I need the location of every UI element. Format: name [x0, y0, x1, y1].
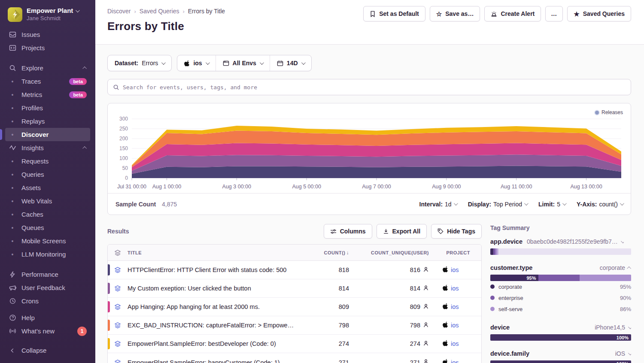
breadcrumb-discover[interactable]: Discover — [107, 8, 131, 15]
sidebar-item-queries[interactable]: •Queries — [5, 168, 90, 181]
stack-icon — [108, 249, 128, 256]
sidebar-group-label: Insights — [21, 144, 44, 151]
sidebar-item-label: Profiles — [21, 104, 43, 112]
error-title-link[interactable]: EmpowerPlant.SampleError: happyCustomer … — [128, 359, 299, 363]
sidebar-item-performance[interactable]: Performance — [5, 268, 90, 281]
svg-text:Aug 5 00:00: Aug 5 00:00 — [292, 184, 321, 190]
project-selector[interactable]: ios — [177, 55, 215, 71]
date-range-selector[interactable]: 14D — [270, 55, 311, 71]
chevron-down-icon[interactable] — [621, 239, 624, 243]
environment-selector[interactable]: All Envs — [216, 55, 270, 71]
svg-text:250: 250 — [119, 126, 128, 132]
table-row[interactable]: EmpowerPlant.SampleError: happyCustomer … — [108, 353, 481, 363]
count-unique-value: 809 — [410, 303, 420, 310]
save-as-button[interactable]: ☆ Save as… — [430, 6, 480, 21]
chevron-down-icon[interactable] — [628, 351, 631, 355]
table-row[interactable]: App Hanging: App hanging for at least 20… — [108, 298, 481, 316]
org-switcher[interactable]: Empower Plant Jane Schmidt — [5, 5, 90, 28]
project-link[interactable]: ios — [451, 340, 459, 347]
columns-button[interactable]: Columns — [324, 224, 372, 239]
chevron-up-icon[interactable] — [82, 67, 87, 71]
sidebar-item-crons[interactable]: Crons — [5, 294, 90, 308]
chevron-up-icon[interactable] — [627, 266, 631, 270]
project-link[interactable]: ios — [451, 303, 459, 310]
org-name: Empower Plant — [27, 7, 73, 15]
stack-icon — [108, 340, 128, 347]
error-title-link[interactable]: App Hanging: App hanging for at least 20… — [128, 303, 299, 310]
tag-header[interactable]: customer.type corporate — [490, 264, 631, 271]
user-icon — [423, 359, 429, 363]
chevron-down-icon[interactable] — [628, 325, 631, 329]
sidebar-group-insights[interactable]: Insights — [5, 141, 90, 154]
search-input[interactable] — [123, 84, 626, 91]
chart-legend[interactable]: Releases — [595, 109, 623, 115]
tag-header[interactable]: app.device 0baebc0de4982f1255f2e9e9fb7… — [490, 238, 631, 245]
sidebar-item-whats-new[interactable]: What's new 1 — [5, 324, 90, 338]
table-row[interactable]: EmpowerPlant.SampleError: bestDeveloper … — [108, 335, 481, 353]
sidebar-item-profiles[interactable]: • Profiles — [5, 101, 90, 115]
beta-badge: beta — [69, 78, 87, 85]
project-link[interactable]: ios — [451, 359, 459, 363]
sidebar-item-web-vitals[interactable]: •Web Vitals — [5, 194, 90, 208]
sidebar-item-requests[interactable]: •Requests — [5, 154, 90, 168]
sidebar-item-replays[interactable]: • Replays — [5, 115, 90, 128]
saved-queries-button[interactable]: ★ Saved Queries — [567, 6, 631, 21]
column-header-title[interactable]: TITLE — [128, 250, 299, 255]
project-link[interactable]: ios — [451, 322, 459, 329]
set-as-default-button[interactable]: Set as Default — [363, 6, 425, 21]
sidebar-item-traces[interactable]: • Traces beta — [5, 75, 90, 88]
tag-legend-item[interactable]: self-serve 86% — [490, 303, 631, 315]
download-icon — [383, 228, 389, 234]
interval-selector[interactable]: Interval:1d — [419, 201, 457, 208]
tag-legend-item[interactable]: enterprise 90% — [490, 292, 631, 303]
table-row[interactable]: EXC_BAD_INSTRUCTION: captureFatalError: … — [108, 316, 481, 335]
issues-icon — [9, 31, 16, 39]
sliders-icon — [330, 229, 337, 234]
hide-tags-button[interactable]: Hide Tags — [431, 224, 482, 239]
table-row[interactable]: HTTPClientError: HTTP Client Error with … — [108, 261, 481, 279]
display-selector[interactable]: Display:Top Period — [468, 201, 527, 208]
tag-header[interactable]: device iPhone14,5 — [490, 324, 631, 331]
project-link[interactable]: ios — [451, 285, 459, 292]
series-color-bar — [108, 338, 110, 349]
column-header-count-unique[interactable]: COUNT_UNIQUE(USER) — [351, 250, 431, 255]
tag-header[interactable]: device.family iOS — [490, 350, 631, 357]
yaxis-selector[interactable]: Y-Axis:count() — [577, 201, 623, 208]
sidebar-item-label: Queues — [21, 224, 44, 231]
sidebar-item-user-feedback[interactable]: User Feedback — [5, 281, 90, 294]
sidebar-item-assets[interactable]: •Assets — [5, 181, 90, 194]
sidebar-item-issues[interactable]: Issues — [5, 28, 90, 41]
sidebar-item-metrics[interactable]: • Metrics beta — [5, 88, 90, 101]
sidebar-item-discover[interactable]: • Discover — [5, 128, 90, 141]
table-row[interactable]: My Custom exeption: User clicked the but… — [108, 279, 481, 298]
sidebar-item-projects[interactable]: Projects — [5, 41, 90, 54]
bullet-icon: • — [9, 251, 16, 258]
sidebar-item-llm-monitoring[interactable]: •LLM Monitoring — [5, 248, 90, 261]
sidebar-item-queues[interactable]: •Queues — [5, 221, 90, 234]
more-options-button[interactable]: … — [545, 6, 563, 21]
sidebar-group-explore[interactable]: Explore — [5, 61, 90, 75]
error-title-link[interactable]: HTTPClientError: HTTP Client Error with … — [128, 266, 299, 273]
project-link[interactable]: ios — [451, 266, 459, 273]
breadcrumb-separator: › — [134, 8, 136, 15]
chevron-up-icon[interactable] — [82, 146, 87, 151]
sidebar-collapse-button[interactable]: Collapse — [5, 344, 90, 357]
events-chart: Releases 050100150200250300Jul 31 00:00A… — [108, 103, 631, 193]
sidebar-item-help[interactable]: Help — [5, 311, 90, 324]
create-alert-button[interactable]: Create Alert — [484, 6, 541, 21]
sidebar-item-label: Help — [21, 314, 35, 321]
limit-selector[interactable]: Limit:5 — [538, 201, 565, 208]
tag-legend-item[interactable]: corporate 95% — [490, 281, 631, 292]
error-title-link[interactable]: EXC_BAD_INSTRUCTION: captureFatalError: … — [128, 322, 299, 329]
breadcrumb-saved-queries[interactable]: Saved Queries — [140, 8, 179, 15]
error-title-link[interactable]: My Custom exeption: User clicked the but… — [128, 285, 299, 292]
sidebar-item-mobile-screens[interactable]: •Mobile Screens — [5, 234, 90, 248]
dataset-selector[interactable]: Dataset: Errors — [107, 55, 172, 71]
export-all-button[interactable]: Export All — [377, 224, 427, 239]
column-header-count[interactable]: COUNT()↓ — [299, 250, 351, 256]
apple-icon — [443, 321, 448, 329]
column-header-project[interactable]: PROJECT — [431, 250, 481, 255]
error-title-link[interactable]: EmpowerPlant.SampleError: bestDeveloper … — [128, 340, 299, 347]
star-outline-icon: ☆ — [436, 11, 442, 17]
sidebar-item-caches[interactable]: •Caches — [5, 208, 90, 221]
